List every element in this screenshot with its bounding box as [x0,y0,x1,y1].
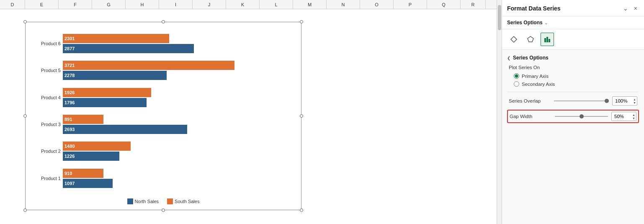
gap-width-value: 50% [614,114,624,119]
col-header-E: E [25,0,59,9]
chart-wrapper[interactable]: Product 6 2301 2877 Product 5 [25,22,301,210]
north-bar-2: 1226 [63,152,119,161]
series-overlap-thumb[interactable] [605,99,609,103]
gap-width-row: Gap Width 50% ▲ ▼ [507,110,639,123]
handle-tc[interactable] [162,20,165,23]
panel-header-icons: ⌄ × [621,4,639,13]
handle-bc[interactable] [162,209,165,212]
col-header-K: K [226,0,260,9]
svg-rect-4 [549,39,550,42]
south-bar-4: 1926 [63,88,151,97]
bar-row-south-5: 3721 [63,61,289,70]
scroll-thumb[interactable] [498,5,501,30]
primary-axis-label: Primary Axis [522,74,549,79]
bar-row-south-6: 2301 [63,34,289,43]
series-overlap-slider[interactable] [554,100,609,101]
north-bar-6: 2877 [63,44,194,53]
series-options-bar[interactable]: Series Options ⌄ [502,16,644,29]
south-bar-3: 891 [63,115,103,124]
svg-rect-3 [546,37,548,42]
product2-label: Product 2 [31,149,61,154]
gap-width-slider[interactable] [555,116,608,117]
vertical-scrollbar[interactable] [497,0,502,224]
series-overlap-down-arrow[interactable]: ▼ [633,101,636,104]
collapse-panel-button[interactable]: ⌄ [621,4,630,13]
divider-1 [507,92,639,92]
col-header-J: J [193,0,226,9]
chart-row-product1: Product 1 910 1097 [63,168,289,189]
bar-row-north-2: 1226 [63,152,289,161]
handle-br[interactable] [300,209,303,212]
tab-icons-row [502,29,644,50]
col-header-F: F [59,0,92,9]
handle-mr[interactable] [300,114,303,118]
bars-product4: 1926 1796 [63,88,289,107]
north-swatch [127,198,133,204]
col-header-R: R [461,0,486,9]
handle-bl[interactable] [23,209,27,212]
north-bar-1: 1097 [63,179,113,188]
handle-tr[interactable] [300,20,303,23]
chart-row-product4: Product 4 1926 1796 [63,87,289,108]
bar-row-north-3: 2693 [63,125,289,134]
handle-tl[interactable] [23,20,27,23]
col-header-N: N [327,0,360,9]
primary-axis-radio[interactable] [514,73,519,79]
gap-width-spinner[interactable]: ▲ ▼ [632,113,635,120]
north-bar-5: 2278 [63,71,167,80]
bars-product2: 1480 1226 [63,142,289,161]
svg-marker-0 [511,36,517,42]
axis-radio-group: Primary Axis Secondary Axis [507,73,639,87]
col-header-L: L [260,0,293,9]
gap-width-up-arrow[interactable]: ▲ [632,113,635,116]
bar-chart-tab-icon[interactable] [541,33,554,46]
secondary-axis-option[interactable]: Secondary Axis [514,81,639,87]
plot-series-on-label: Plot Series On [507,65,639,70]
col-header-I: I [159,0,193,9]
chart-inner: Product 6 2301 2877 Product 5 [29,26,297,206]
close-panel-button[interactable]: × [632,4,639,13]
series-options-section-header: ❮ Series Options [507,55,639,61]
south-bar-6: 2301 [63,34,169,43]
col-header-H: H [126,0,159,9]
bars-product6: 2301 2877 [63,34,289,53]
chart-row-product2: Product 2 1480 1226 [63,141,289,162]
panel-title: Format Data Series [507,5,561,12]
product5-label: Product 5 [31,68,61,73]
series-overlap-label: Series Overlap [509,98,551,103]
series-overlap-up-arrow[interactable]: ▲ [633,98,636,101]
north-bar-4: 1796 [63,98,147,107]
col-header-Q: Q [427,0,461,9]
bar-row-north-4: 1796 [63,98,289,107]
secondary-axis-radio[interactable] [514,81,519,87]
bar-row-south-1: 910 [63,169,289,178]
series-overlap-spinner[interactable]: ▲ ▼ [633,98,636,104]
gap-width-label: Gap Width [510,114,551,119]
series-options-dropdown-label: Series Options [507,20,543,26]
handle-ml[interactable] [23,114,27,118]
panel-body: ❮ Series Options Plot Series On Primary … [502,50,644,224]
bar-row-north-1: 1097 [63,179,289,188]
product1-label: Product 1 [31,176,61,181]
chart-row-product5: Product 5 3721 2278 [63,60,289,81]
bar-row-north-5: 2278 [63,71,289,80]
column-headers: D E F G H I J K L M N O P Q R [0,0,497,9]
series-options-section-title: Series Options [513,55,549,61]
series-overlap-value-box[interactable]: 100% ▲ ▼ [612,96,637,106]
product6-label: Product 6 [31,41,61,46]
primary-axis-option[interactable]: Primary Axis [514,73,639,79]
bars-product1: 910 1097 [63,169,289,188]
col-header-O: O [360,0,394,9]
gap-width-value-box[interactable]: 50% ▲ ▼ [611,112,636,121]
panel-header: Format Data Series ⌄ × [502,0,644,16]
north-bar-3: 2693 [63,125,187,134]
series-overlap-value: 100% [615,98,627,103]
gap-width-thumb[interactable] [580,114,584,118]
pentagon-tab-icon[interactable] [524,33,537,46]
paint-tab-icon[interactable] [507,33,520,46]
secondary-axis-label: Secondary Axis [522,82,555,87]
gap-width-down-arrow[interactable]: ▼ [632,117,635,120]
legend-north: North Sales [127,198,159,204]
chart-legend: North Sales South Sales [29,196,297,206]
bar-row-south-4: 1926 [63,88,289,97]
